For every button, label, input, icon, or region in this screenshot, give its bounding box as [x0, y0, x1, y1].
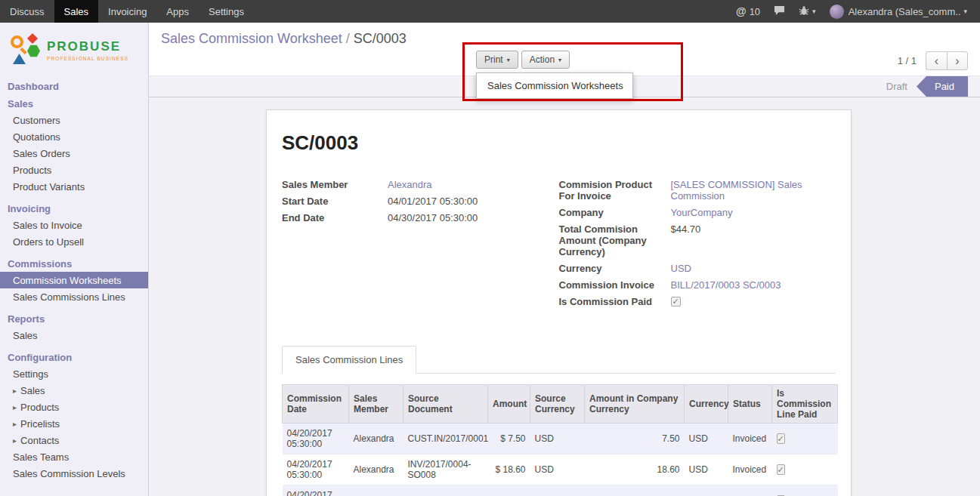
sidebar-item-label: Products: [20, 402, 59, 413]
pager-buttons: ‹ ›: [926, 51, 968, 70]
tab-sales-commission-lines[interactable]: Sales Commission Lines: [282, 346, 416, 374]
col-currency[interactable]: Currency: [685, 385, 728, 424]
commission-invoice-link[interactable]: BILL/2017/0003 SC/0003: [671, 279, 781, 291]
sidebar-item-sales-to-invoice[interactable]: Sales to Invoice: [0, 217, 148, 233]
col-is-commission-line-paid[interactable]: Is Commission Line Paid: [772, 385, 838, 424]
line-paid-checkbox[interactable]: ✓: [777, 433, 785, 444]
pager-previous-button[interactable]: ‹: [926, 51, 947, 70]
sidebar-item-customers[interactable]: Customers: [0, 112, 148, 128]
company-link[interactable]: YourCompany: [671, 207, 733, 218]
probuse-logo-text: PROBUSE PROFESSIONAL BUSINESS: [47, 39, 128, 61]
sidebar-item-label: Contacts: [20, 435, 59, 446]
col-amount[interactable]: Amount: [488, 385, 530, 424]
field-label: Total Commision Amount (Company Currency…: [559, 223, 671, 257]
logo-tagline: PROFESSIONAL BUSINESS: [47, 56, 128, 61]
sidebar-item-config-sales[interactable]: ▸ Sales: [0, 382, 148, 399]
breadcrumb-separator: /: [346, 31, 354, 46]
breadcrumb-current: SC/0003: [354, 31, 407, 46]
sidebar-section-dashboard: Dashboard: [0, 79, 148, 94]
sidebar-item-reports[interactable]: Reports: [0, 311, 148, 327]
sidebar-item-sales[interactable]: Sales: [0, 96, 148, 112]
sidebar-item-dashboard[interactable]: Dashboard: [0, 79, 148, 94]
sidebar-item-quotations[interactable]: Quotations: [0, 128, 148, 145]
line-paid-checkbox[interactable]: ✓: [777, 464, 785, 475]
menu-settings[interactable]: Settings: [199, 0, 254, 23]
submenu-arrow-icon: ▸: [13, 420, 17, 428]
table-row[interactable]: 04/20/2017 05:30:00 Alexandra INV/2017/0…: [283, 454, 838, 485]
sidebar-item-commissions[interactable]: Commissions: [0, 256, 148, 272]
mentions-button[interactable]: @ 10: [729, 0, 767, 23]
col-source-currency[interactable]: Source Currency: [530, 385, 585, 424]
cell-line-paid: ✓: [772, 485, 838, 496]
menu-discuss[interactable]: Discuss: [0, 0, 54, 23]
user-menu[interactable]: Alexandra (Sales_comm.. ▾: [823, 0, 974, 23]
sidebar-item-sales-teams[interactable]: Sales Teams: [0, 448, 148, 465]
cell-date: 04/20/2017 05:30:00: [283, 424, 349, 454]
col-sales-member[interactable]: Sales Member: [349, 385, 403, 424]
sidebar-item-products[interactable]: Products: [0, 162, 148, 178]
field-commission-product: Commision Product For Invoice [SALES COM…: [559, 179, 836, 202]
sidebar-item-product-variants[interactable]: Product Variants: [0, 178, 148, 195]
sidebar-item-settings[interactable]: Settings: [0, 365, 148, 382]
table-header-row: Commission Date Sales Member Source Docu…: [283, 385, 838, 424]
pager-next-button[interactable]: ›: [947, 51, 968, 70]
messages-button[interactable]: [767, 0, 792, 23]
cell-date: 04/20/2017 10:35:53: [283, 485, 349, 496]
sidebar-item-invoicing[interactable]: Invoicing: [0, 201, 148, 217]
breadcrumb-parent-link[interactable]: Sales Commission Worksheet: [161, 31, 342, 46]
fields-right-column: Commision Product For Invoice [SALES COM…: [559, 179, 836, 313]
menu-apps[interactable]: Apps: [156, 0, 199, 23]
sidebar-item-sales-commissions-lines[interactable]: Sales Commissions Lines: [0, 288, 148, 305]
debug-menu-button[interactable]: ▾: [792, 0, 823, 23]
menu-item-sales-commission-worksheets[interactable]: Sales Commission Worksheets: [477, 76, 632, 95]
pager: 1 / 1 ‹ ›: [898, 51, 968, 70]
col-source-document[interactable]: Source Document: [403, 385, 488, 424]
total-commission-value: $44.70: [671, 223, 701, 235]
cell-source: INV/2017/0004-SO008: [403, 454, 488, 485]
cell-company-amount: 18.60: [585, 485, 685, 496]
print-button[interactable]: Print ▾: [476, 51, 518, 69]
sales-member-link[interactable]: Alexandra: [388, 179, 432, 190]
check-icon: ✓: [778, 434, 784, 443]
main-area: Sales Commission Worksheet / SC/0003 Pri…: [149, 23, 980, 496]
menu-sales[interactable]: Sales: [54, 0, 99, 23]
field-company: Company YourCompany: [559, 207, 836, 218]
col-commission-date[interactable]: Commission Date: [283, 385, 349, 424]
is-commission-paid-checkbox[interactable]: ✓: [671, 297, 681, 307]
sidebar-item-config-products[interactable]: ▸ Products: [0, 399, 148, 415]
sidebar-item-reports-sales[interactable]: Sales: [0, 327, 148, 344]
cell-status: Invoiced: [728, 454, 772, 485]
action-button[interactable]: Action ▾: [521, 51, 570, 69]
field-is-commission-paid: Is Commission Paid ✓: [559, 296, 836, 307]
cell-company-amount: 7.50: [585, 424, 685, 454]
table-row[interactable]: 04/20/2017 10:35:53 Alexandra SO008 $ 18…: [283, 485, 838, 496]
probuse-logo: PROBUSE PROFESSIONAL BUSINESS: [0, 23, 148, 77]
cell-member: Alexandra: [349, 485, 403, 496]
mention-count: 10: [750, 6, 760, 17]
sidebar-item-configuration[interactable]: Configuration: [0, 350, 148, 365]
action-button-label: Action: [530, 54, 555, 65]
layout: PROBUSE PROFESSIONAL BUSINESS Dashboard …: [0, 23, 980, 496]
sidebar-item-contacts[interactable]: ▸ Contacts: [0, 432, 148, 448]
table-row[interactable]: 04/20/2017 05:30:00 Alexandra CUST.IN/20…: [283, 424, 838, 454]
sidebar-item-sales-orders[interactable]: Sales Orders: [0, 145, 148, 162]
print-dropdown-menu: Sales Commission Worksheets: [476, 72, 633, 99]
caret-down-icon: ▾: [507, 57, 510, 63]
menu-invoicing[interactable]: Invoicing: [98, 0, 156, 23]
field-label: End Date: [282, 212, 388, 223]
col-amount-company-currency[interactable]: Amount in Company Currency: [585, 385, 685, 424]
sidebar-item-orders-to-upsell[interactable]: Orders to Upsell: [0, 233, 148, 250]
col-status[interactable]: Status: [728, 385, 772, 424]
start-date-value: 04/01/2017 05:30:00: [388, 196, 478, 207]
status-draft[interactable]: Draft: [877, 76, 917, 97]
commission-product-link[interactable]: [SALES COMMISSION] Sales Commission: [671, 179, 836, 202]
status-paid[interactable]: Paid: [917, 76, 968, 97]
sidebar-item-pricelists[interactable]: ▸ Pricelists: [0, 415, 148, 432]
sidebar-item-commission-worksheets[interactable]: Commission Worksheets: [0, 272, 148, 288]
field-label: Is Commission Paid: [559, 296, 671, 307]
field-label: Company: [559, 207, 671, 218]
sidebar-item-sales-commission-levels[interactable]: Sales Commission Levels: [0, 465, 148, 482]
currency-link[interactable]: USD: [671, 263, 691, 274]
submenu-arrow-icon: ▸: [13, 387, 17, 395]
record-title: SC/0003: [282, 131, 836, 155]
